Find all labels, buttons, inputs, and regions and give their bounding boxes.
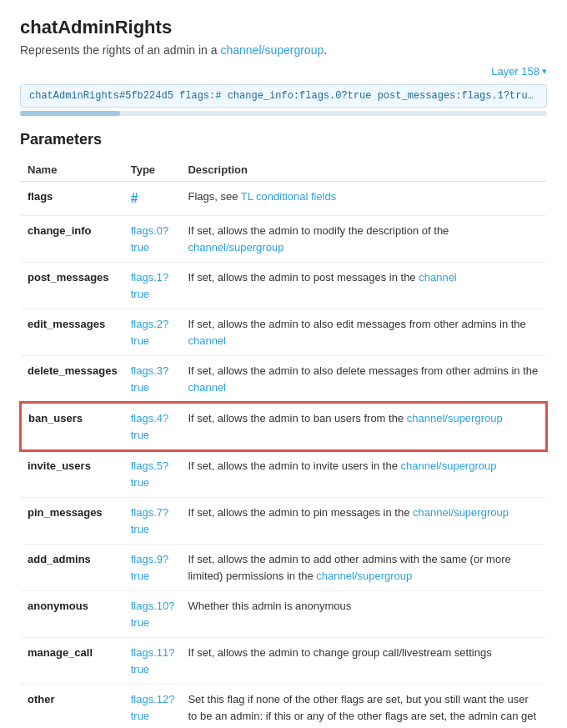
table-row: manage_callflags.11?trueIf set, allows t… [21,638,546,685]
param-type-cell: flags.2?true [124,309,182,356]
type-flags-link[interactable]: flags.3? [131,363,175,379]
desc-link[interactable]: channel/supergroup [316,570,412,582]
code-scrollbar[interactable] [20,111,547,116]
type-flags-link[interactable]: flags.12? [131,691,175,708]
type-flags-link[interactable]: flags.5? [131,458,175,474]
param-name: flags [28,190,53,203]
param-name: change_info [28,224,92,237]
layer-badge[interactable]: Layer 158 ▾ [20,65,547,78]
type-hash-link[interactable]: # [131,191,138,205]
table-row: otherflags.12?trueSet this flag if none … [21,685,546,729]
param-type-cell: flags.4?true [124,403,182,450]
subtitle-link[interactable]: channel/supergroup [220,43,324,57]
desc-link[interactable]: channel/supergroup [407,412,503,424]
type-flags-link[interactable]: flags.1? [131,269,175,286]
desc-link[interactable]: channel [419,271,457,284]
table-row: post_messagesflags.1?trueIf set, allows … [21,263,546,309]
param-name: add_admins [28,553,91,565]
page-title: chatAdminRights [20,17,547,38]
param-desc-cell: If set, allows the admin to pin messages… [181,498,546,545]
table-row: flags#Flags, see TL conditional fields [21,182,546,216]
type-true-label: true [131,239,175,256]
param-type-cell: # [124,182,182,216]
param-name-cell: ban_users [21,403,124,450]
param-name-cell: add_admins [21,545,124,591]
type-flags-link[interactable]: flags.9? [131,551,175,568]
type-true-label: true [131,379,175,396]
param-name-cell: flags [21,182,124,216]
type-true-label: true [131,427,175,444]
type-true-label: true [131,708,175,725]
col-type: Type [124,158,182,182]
code-block: chatAdminRights#5fb224d5 flags:# change_… [20,84,547,108]
param-name: manage_call [28,646,93,659]
table-row: invite_usersflags.5?trueIf set, allows t… [21,450,546,498]
type-flags-link[interactable]: flags.4? [131,410,175,427]
param-desc-cell: If set, allows the admin to invite users… [181,450,546,498]
param-type-cell: flags.3?true [124,356,182,404]
type-flags-link[interactable]: flags.2? [131,316,175,333]
param-desc-cell: If set, allows the admin to change group… [181,638,546,685]
param-type-cell: flags.7?true [124,498,182,545]
param-name-cell: delete_messages [21,356,124,404]
desc-link[interactable]: channel [188,381,226,394]
table-row: ban_usersflags.4?trueIf set, allows the … [21,403,546,450]
param-name: pin_messages [28,506,103,519]
type-flags-link[interactable]: flags.11? [131,645,175,661]
param-name-cell: pin_messages [21,498,124,545]
param-type-cell: flags.9?true [124,545,182,591]
param-desc-cell: If set, allows the admin to also delete … [181,356,546,404]
param-desc-cell: If set, allows the admin to modify the d… [181,216,546,263]
table-row: edit_messagesflags.2?trueIf set, allows … [21,309,546,356]
type-true-label: true [131,333,175,349]
desc-link[interactable]: channel [188,334,226,347]
layer-label: Layer 158 [491,65,539,78]
param-name: delete_messages [28,364,118,377]
param-name: ban_users [28,412,83,424]
desc-link[interactable]: channel/supergroup [413,506,509,519]
table-row: pin_messagesflags.7?trueIf set, allows t… [21,498,546,545]
parameters-table: Name Type Description flags#Flags, see T… [20,158,547,728]
table-row: add_adminsflags.9?trueIf set, allows the… [21,545,546,591]
param-name: edit_messages [28,318,105,330]
param-name-cell: edit_messages [21,309,124,356]
param-name: other [28,693,55,705]
param-name: invite_users [28,459,91,472]
param-type-cell: flags.12?true [124,685,182,729]
type-true-label: true [131,568,175,585]
subtitle: Represents the rights of an admin in a c… [20,43,547,57]
param-name-cell: other [21,685,124,729]
type-flags-link[interactable]: flags.7? [131,505,175,521]
param-name-cell: change_info [21,216,124,263]
param-name-cell: invite_users [21,450,124,498]
param-name-cell: anonymous [21,591,124,638]
type-true-label: true [131,521,175,538]
chevron-down-icon: ▾ [542,66,547,77]
param-desc-cell: Set this flag if none of the other flags… [181,685,546,729]
param-desc-cell: Whether this admin is anonymous [181,591,546,638]
param-desc-cell: If set, allows the admin to ban users fr… [181,403,546,450]
param-type-cell: flags.10?true [124,591,182,638]
parameters-heading: Parameters [20,131,547,148]
param-desc-cell: If set, allows the admin to post message… [181,263,546,309]
type-true-label: true [131,474,175,491]
table-row: delete_messagesflags.3?trueIf set, allow… [21,356,546,404]
desc-link[interactable]: channel/supergroup [188,241,284,254]
type-flags-link[interactable]: flags.0? [131,223,175,239]
param-type-cell: flags.1?true [124,263,182,309]
tl-conditional-link[interactable]: TL conditional fields [241,190,336,203]
subtitle-text: Represents the rights of an admin in a [20,43,220,57]
param-name: post_messages [28,271,109,284]
type-true-label: true [131,615,175,631]
type-flags-link[interactable]: flags.10? [131,598,175,615]
type-true-label: true [131,286,175,303]
col-description: Description [181,158,546,182]
param-desc-cell: Flags, see TL conditional fields [181,182,546,216]
param-desc-cell: If set, allows the admin to add other ad… [181,545,546,591]
param-name: anonymous [28,600,88,612]
desc-link[interactable]: channel/supergroup [401,459,497,472]
type-true-label: true [131,661,175,678]
table-row: change_infoflags.0?trueIf set, allows th… [21,216,546,263]
param-desc-cell: If set, allows the admin to also edit me… [181,309,546,356]
code-scrollbar-thumb [20,111,120,116]
